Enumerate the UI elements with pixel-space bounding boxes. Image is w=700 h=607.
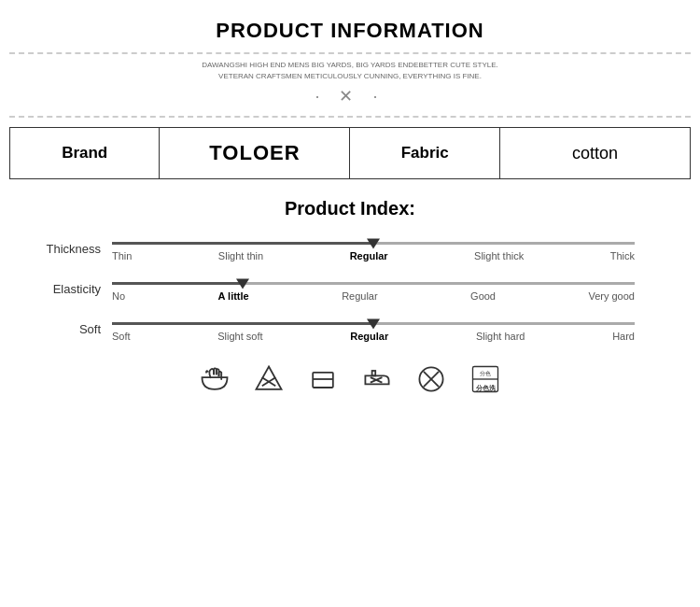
product-index-title: Product Index:: [9, 198, 691, 219]
subtitle-block: DAWANGSHI HIGH END MENS BIG YARDS, BIG Y…: [9, 60, 691, 82]
slider-option-2-3: Slight hard: [476, 331, 525, 342]
slider-label-0: Thickness: [37, 242, 112, 256]
slider-option-1-0: No: [112, 290, 125, 302]
top-divider: [9, 52, 691, 54]
slider-option-0-4: Thick: [610, 250, 635, 261]
slider-track-container-2: SoftSlight softRegularSlight hardHard: [112, 317, 635, 342]
slider-option-2-0: Soft: [112, 331, 131, 342]
slider-thumb-1: [236, 278, 249, 289]
slider-track-container-1: NoA littleRegularGoodVery good: [112, 276, 635, 302]
brand-name: TOLOER: [160, 128, 350, 179]
svg-rect-5: [372, 371, 376, 375]
brand-table: Brand TOLOER Fabric cotton: [9, 127, 691, 179]
iron-icon: [304, 360, 342, 398]
fabric-label: Fabric: [350, 128, 499, 179]
no-dryclean-icon: [413, 360, 450, 398]
fabric-value: cotton: [499, 128, 690, 179]
slider-option-0-0: Thin: [112, 250, 132, 261]
slider-label-2: Soft: [37, 322, 112, 336]
slider-row-elasticity: ElasticityNoA littleRegularGoodVery good: [37, 276, 635, 302]
slider-label-1: Elasticity: [37, 282, 112, 296]
slider-option-2-4: Hard: [612, 331, 635, 342]
subtitle-line1: DAWANGSHI HIGH END MENS BIG YARDS, BIG Y…: [9, 60, 691, 71]
svg-text:分色洗: 分色洗: [475, 384, 497, 392]
subtitle-line2: VETERAN CRAFTSMEN METICULOUSLY CUNNING, …: [9, 71, 691, 82]
slider-track-container-0: ThinSlight thinRegularSlight thickThick: [112, 236, 635, 261]
svg-marker-0: [257, 367, 282, 389]
slider-option-1-1: A little: [217, 290, 248, 302]
slider-thumb-0: [367, 238, 380, 248]
hand-wash-icon: [196, 360, 233, 398]
slider-thumb-2: [367, 318, 380, 329]
no-bleach-icon: [250, 360, 287, 398]
no-iron-icon: [358, 360, 396, 398]
slider-option-0-3: Slight thick: [474, 250, 524, 261]
bottom-divider: [9, 116, 691, 118]
slider-option-1-2: Regular: [342, 290, 378, 302]
slider-option-0-1: Slight thin: [218, 250, 263, 261]
slider-option-1-3: Good: [470, 290, 496, 302]
color-separate-icon: 分色洗 分色: [467, 360, 504, 398]
slider-row-soft: SoftSoftSlight softRegularSlight hardHar…: [37, 317, 635, 342]
svg-text:分色: 分色: [480, 370, 491, 376]
care-icons: 分色洗 分色: [9, 360, 691, 398]
brand-label: Brand: [10, 128, 160, 179]
page: PRODUCT INFORMATION DAWANGSHI HIGH END M…: [0, 0, 700, 607]
slider-row-thickness: ThicknessThinSlight thinRegularSlight th…: [37, 236, 635, 261]
slider-option-2-1: Slight soft: [217, 331, 262, 342]
index-section: ThicknessThinSlight thinRegularSlight th…: [9, 236, 691, 342]
slider-option-2-2: Regular: [350, 331, 388, 342]
decorative-cross: · ✕ ·: [9, 86, 691, 106]
slider-option-0-2: Regular: [350, 250, 388, 261]
page-title: PRODUCT INFORMATION: [9, 19, 691, 43]
slider-option-1-4: Very good: [588, 290, 635, 302]
